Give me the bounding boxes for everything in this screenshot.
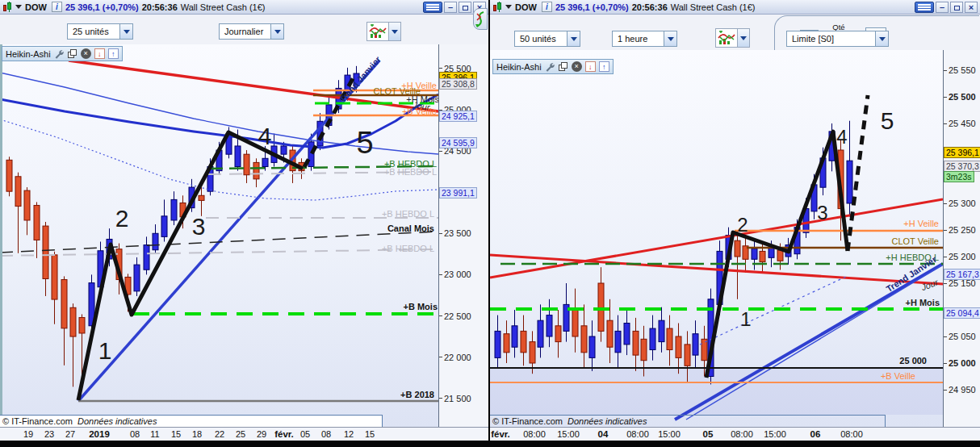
dropdown-arrow-icon[interactable] [737, 29, 749, 47]
timeframe-dropdown[interactable]: Journalier [219, 23, 284, 40]
axis-tick: 22 500 [439, 311, 471, 321]
move-up-icon[interactable]: ↑ [108, 48, 119, 59]
date-label: 08:00 [834, 429, 869, 439]
date-label: 06 [798, 429, 833, 439]
chart-type-button[interactable] [366, 22, 401, 41]
wrench-icon[interactable] [54, 48, 65, 59]
instrument-name: Wall Street Cash (1€) [671, 2, 756, 12]
chart-panel-daily: DOW i 25 396,1 (+0,70%) 20:56:36 Wall St… [0, 0, 488, 441]
axis-tick: 23 000 [439, 269, 471, 279]
minimize-button[interactable]: – [444, 2, 457, 13]
price-label-blue: 25 094,4 [944, 307, 980, 319]
move-down-icon[interactable]: ↓ [94, 48, 105, 59]
axis-tick: 21 500 [439, 394, 471, 403]
title-bar: DOW i 25 396,1 (+0,70%) 20:56:36 Wall St… [0, 0, 488, 15]
symbol-label: DOW [515, 2, 537, 12]
axis-tick: 25 450 [944, 119, 976, 128]
axis-tick: 22 000 [439, 353, 471, 362]
date-label: 08:00 [620, 429, 655, 439]
units-dropdown[interactable]: 25 unités [67, 23, 133, 40]
close-icon[interactable]: × [81, 48, 91, 59]
info-icon[interactable]: i [542, 2, 552, 12]
units-dropdown[interactable]: 50 unités [514, 31, 580, 47]
dropdown-arrow-icon[interactable] [875, 31, 889, 47]
axis-tick: 24 950 [944, 385, 976, 395]
chart-toolbar: 25 unités Journalier [0, 15, 488, 44]
copyright-bar: © IT-Finance.com Données indicatives [0, 415, 383, 427]
copyright-text: © IT-Finance.com [492, 416, 563, 426]
price-label-current: 25 396,1 [944, 147, 980, 158]
time-axis[interactable]: 192327201908111518222529févr.05081215 [0, 427, 488, 441]
indicator-tag[interactable]: Heikin-Ashi × ↓ ↑ [2, 46, 123, 61]
dropdown-arrow-icon[interactable] [567, 31, 580, 47]
chart-type-icon [367, 23, 388, 40]
price-label-gray: 25 370,3 [944, 161, 980, 172]
minimize-button[interactable]: – [936, 2, 949, 13]
dropdown-arrow-icon[interactable] [270, 23, 284, 40]
copy-icon[interactable] [559, 62, 568, 72]
copyright-bar: © IT-Finance.com Données indicatives [490, 415, 886, 427]
panel-edge-strip [0, 44, 2, 427]
info-icon[interactable]: i [52, 2, 62, 12]
quote-time: 20:56:36 [142, 2, 178, 12]
quote-time: 20:56:36 [632, 2, 668, 12]
price-label-blue: 25 167,3 [944, 269, 980, 280]
dropdown-arrow-icon[interactable] [664, 31, 677, 47]
axis-tick: 25 200 [944, 252, 976, 261]
chart-plot-area[interactable] [0, 44, 438, 427]
instrument-candle-icon [2, 2, 12, 12]
date-label: 04 [585, 429, 621, 439]
order-type-value: Limite [S0] [786, 31, 875, 47]
maximize-button[interactable] [950, 2, 963, 13]
copyright-text: © IT-Finance.com [2, 416, 73, 426]
date-label: 15:00 [551, 429, 586, 439]
close-icon[interactable]: × [572, 61, 582, 72]
units-value: 25 unités [67, 23, 119, 40]
indicator-label: Heikin-Ashi [6, 49, 51, 59]
move-up-icon[interactable]: ↑ [599, 61, 609, 72]
keyboard-icon[interactable] [915, 2, 934, 13]
quote-price: 25 396,1 (+0,70%) [555, 2, 629, 12]
close-button[interactable]: × [965, 2, 978, 13]
price-label-blue: 24 925,1 [439, 111, 477, 122]
price-curve-side-icon[interactable] [473, 8, 488, 30]
window-controls: – × [915, 2, 978, 13]
axis-tick: 25 500 [944, 92, 976, 102]
dropdown-arrow-icon[interactable] [388, 23, 400, 40]
quote-price: 25 396,1 (+0,70%) [65, 2, 139, 12]
axis-tick: 25 550 [944, 65, 976, 75]
wrench-icon[interactable] [545, 61, 555, 72]
move-down-icon[interactable]: ↓ [585, 61, 596, 72]
copy-icon[interactable] [68, 49, 77, 59]
timeframe-value: 1 heure [612, 31, 664, 47]
axis-tick: 25 050 [944, 332, 976, 341]
chart-type-button[interactable] [715, 28, 750, 48]
time-axis[interactable]: févr.08:0015:000408:0015:000508:0015:000… [490, 427, 980, 441]
disclaimer-text: Données indicatives [77, 416, 157, 426]
timeframe-dropdown[interactable]: 1 heure [612, 31, 677, 47]
indicator-tag[interactable]: Heikin-Ashi × ↓ ↑ [492, 59, 614, 74]
bottom-edge-bar [0, 441, 980, 447]
chevron-down-icon[interactable] [15, 5, 22, 12]
price-label-timer: 3m23s [944, 171, 974, 182]
chart-plot-area[interactable] [490, 50, 943, 427]
price-label-gray: 25 308,8 [439, 78, 477, 90]
disclaimer-text: Données indicatives [567, 416, 647, 426]
order-type-dropdown[interactable]: Limite [S0] [786, 31, 889, 47]
date-label: 08:00 [724, 429, 760, 439]
keyboard-icon[interactable] [423, 2, 442, 13]
chevron-down-icon[interactable] [505, 5, 512, 12]
maximize-button[interactable] [459, 2, 471, 13]
symbol-label: DOW [25, 2, 47, 12]
date-label: 15 [352, 429, 387, 439]
axis-tick: 25 250 [944, 225, 976, 235]
dropdown-arrow-icon[interactable] [119, 23, 133, 40]
timeframe-value: Journalier [219, 23, 270, 40]
price-axis[interactable]: 25 55025 50025 45025 30025 25025 20025 1… [943, 50, 980, 427]
date-label: 15:00 [651, 429, 687, 439]
date-label: 2019 [82, 429, 117, 439]
price-axis[interactable]: 25 50025 00024 50023 50023 00022 50022 0… [438, 44, 488, 427]
date-label: 15:00 [757, 429, 793, 439]
price-label-blue: 23 991,1 [439, 187, 477, 198]
instrument-name: Wall Street Cash (1€) [181, 2, 266, 12]
